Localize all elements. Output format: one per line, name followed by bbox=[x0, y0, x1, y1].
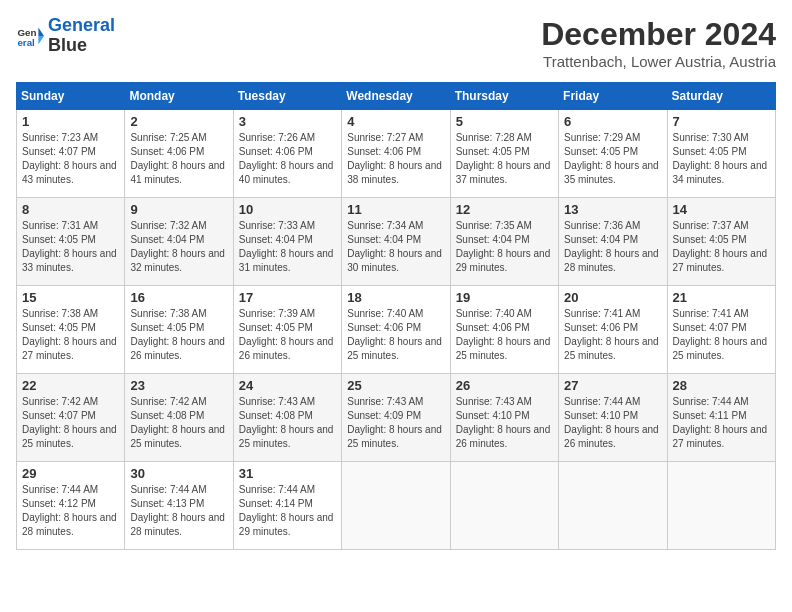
table-row: 1Sunrise: 7:23 AMSunset: 4:07 PMDaylight… bbox=[17, 110, 125, 198]
table-row: 6Sunrise: 7:29 AMSunset: 4:05 PMDaylight… bbox=[559, 110, 667, 198]
table-row: 20Sunrise: 7:41 AMSunset: 4:06 PMDayligh… bbox=[559, 286, 667, 374]
table-row: 18Sunrise: 7:40 AMSunset: 4:06 PMDayligh… bbox=[342, 286, 450, 374]
day-info: Sunrise: 7:40 AMSunset: 4:06 PMDaylight:… bbox=[347, 307, 444, 363]
day-number: 5 bbox=[456, 114, 553, 129]
table-row: 14Sunrise: 7:37 AMSunset: 4:05 PMDayligh… bbox=[667, 198, 775, 286]
day-number: 12 bbox=[456, 202, 553, 217]
table-row: 24Sunrise: 7:43 AMSunset: 4:08 PMDayligh… bbox=[233, 374, 341, 462]
table-row: 12Sunrise: 7:35 AMSunset: 4:04 PMDayligh… bbox=[450, 198, 558, 286]
table-row bbox=[667, 462, 775, 550]
table-row: 15Sunrise: 7:38 AMSunset: 4:05 PMDayligh… bbox=[17, 286, 125, 374]
day-number: 29 bbox=[22, 466, 119, 481]
table-row bbox=[450, 462, 558, 550]
table-row: 16Sunrise: 7:38 AMSunset: 4:05 PMDayligh… bbox=[125, 286, 233, 374]
header-friday: Friday bbox=[559, 83, 667, 110]
table-row: 11Sunrise: 7:34 AMSunset: 4:04 PMDayligh… bbox=[342, 198, 450, 286]
day-number: 17 bbox=[239, 290, 336, 305]
header-wednesday: Wednesday bbox=[342, 83, 450, 110]
day-number: 7 bbox=[673, 114, 770, 129]
title-block: December 2024 Trattenbach, Lower Austria… bbox=[541, 16, 776, 70]
day-info: Sunrise: 7:44 AMSunset: 4:10 PMDaylight:… bbox=[564, 395, 661, 451]
month-title: December 2024 bbox=[541, 16, 776, 53]
header-saturday: Saturday bbox=[667, 83, 775, 110]
svg-text:eral: eral bbox=[17, 37, 35, 48]
day-info: Sunrise: 7:23 AMSunset: 4:07 PMDaylight:… bbox=[22, 131, 119, 187]
day-number: 27 bbox=[564, 378, 661, 393]
calendar-header-row: Sunday Monday Tuesday Wednesday Thursday… bbox=[17, 83, 776, 110]
table-row: 26Sunrise: 7:43 AMSunset: 4:10 PMDayligh… bbox=[450, 374, 558, 462]
table-row: 31Sunrise: 7:44 AMSunset: 4:14 PMDayligh… bbox=[233, 462, 341, 550]
logo-text-line1: General bbox=[48, 16, 115, 36]
day-info: Sunrise: 7:25 AMSunset: 4:06 PMDaylight:… bbox=[130, 131, 227, 187]
day-info: Sunrise: 7:37 AMSunset: 4:05 PMDaylight:… bbox=[673, 219, 770, 275]
table-row: 13Sunrise: 7:36 AMSunset: 4:04 PMDayligh… bbox=[559, 198, 667, 286]
day-number: 8 bbox=[22, 202, 119, 217]
day-number: 14 bbox=[673, 202, 770, 217]
day-info: Sunrise: 7:40 AMSunset: 4:06 PMDaylight:… bbox=[456, 307, 553, 363]
day-info: Sunrise: 7:29 AMSunset: 4:05 PMDaylight:… bbox=[564, 131, 661, 187]
day-number: 23 bbox=[130, 378, 227, 393]
logo-icon: Gen eral bbox=[16, 22, 44, 50]
header-tuesday: Tuesday bbox=[233, 83, 341, 110]
day-number: 19 bbox=[456, 290, 553, 305]
day-number: 4 bbox=[347, 114, 444, 129]
calendar-week-row: 22Sunrise: 7:42 AMSunset: 4:07 PMDayligh… bbox=[17, 374, 776, 462]
table-row: 17Sunrise: 7:39 AMSunset: 4:05 PMDayligh… bbox=[233, 286, 341, 374]
day-info: Sunrise: 7:39 AMSunset: 4:05 PMDaylight:… bbox=[239, 307, 336, 363]
svg-marker-2 bbox=[38, 27, 44, 35]
header-sunday: Sunday bbox=[17, 83, 125, 110]
day-number: 13 bbox=[564, 202, 661, 217]
table-row: 23Sunrise: 7:42 AMSunset: 4:08 PMDayligh… bbox=[125, 374, 233, 462]
day-info: Sunrise: 7:44 AMSunset: 4:13 PMDaylight:… bbox=[130, 483, 227, 539]
logo: Gen eral General Blue bbox=[16, 16, 115, 56]
calendar-week-row: 1Sunrise: 7:23 AMSunset: 4:07 PMDaylight… bbox=[17, 110, 776, 198]
day-number: 28 bbox=[673, 378, 770, 393]
calendar-week-row: 29Sunrise: 7:44 AMSunset: 4:12 PMDayligh… bbox=[17, 462, 776, 550]
day-info: Sunrise: 7:28 AMSunset: 4:05 PMDaylight:… bbox=[456, 131, 553, 187]
header-thursday: Thursday bbox=[450, 83, 558, 110]
day-info: Sunrise: 7:36 AMSunset: 4:04 PMDaylight:… bbox=[564, 219, 661, 275]
day-number: 30 bbox=[130, 466, 227, 481]
table-row bbox=[342, 462, 450, 550]
day-number: 3 bbox=[239, 114, 336, 129]
location-title: Trattenbach, Lower Austria, Austria bbox=[541, 53, 776, 70]
day-number: 15 bbox=[22, 290, 119, 305]
day-number: 9 bbox=[130, 202, 227, 217]
day-info: Sunrise: 7:35 AMSunset: 4:04 PMDaylight:… bbox=[456, 219, 553, 275]
table-row: 8Sunrise: 7:31 AMSunset: 4:05 PMDaylight… bbox=[17, 198, 125, 286]
day-info: Sunrise: 7:43 AMSunset: 4:10 PMDaylight:… bbox=[456, 395, 553, 451]
day-info: Sunrise: 7:44 AMSunset: 4:11 PMDaylight:… bbox=[673, 395, 770, 451]
table-row: 28Sunrise: 7:44 AMSunset: 4:11 PMDayligh… bbox=[667, 374, 775, 462]
day-info: Sunrise: 7:34 AMSunset: 4:04 PMDaylight:… bbox=[347, 219, 444, 275]
table-row: 27Sunrise: 7:44 AMSunset: 4:10 PMDayligh… bbox=[559, 374, 667, 462]
svg-marker-3 bbox=[38, 36, 44, 44]
table-row bbox=[559, 462, 667, 550]
day-number: 31 bbox=[239, 466, 336, 481]
day-info: Sunrise: 7:30 AMSunset: 4:05 PMDaylight:… bbox=[673, 131, 770, 187]
day-info: Sunrise: 7:41 AMSunset: 4:06 PMDaylight:… bbox=[564, 307, 661, 363]
calendar-table: Sunday Monday Tuesday Wednesday Thursday… bbox=[16, 82, 776, 550]
page-header: Gen eral General Blue December 2024 Trat… bbox=[16, 16, 776, 70]
table-row: 21Sunrise: 7:41 AMSunset: 4:07 PMDayligh… bbox=[667, 286, 775, 374]
day-info: Sunrise: 7:44 AMSunset: 4:14 PMDaylight:… bbox=[239, 483, 336, 539]
day-info: Sunrise: 7:38 AMSunset: 4:05 PMDaylight:… bbox=[22, 307, 119, 363]
table-row: 19Sunrise: 7:40 AMSunset: 4:06 PMDayligh… bbox=[450, 286, 558, 374]
table-row: 10Sunrise: 7:33 AMSunset: 4:04 PMDayligh… bbox=[233, 198, 341, 286]
day-number: 20 bbox=[564, 290, 661, 305]
day-number: 18 bbox=[347, 290, 444, 305]
day-info: Sunrise: 7:27 AMSunset: 4:06 PMDaylight:… bbox=[347, 131, 444, 187]
day-number: 22 bbox=[22, 378, 119, 393]
day-number: 26 bbox=[456, 378, 553, 393]
header-monday: Monday bbox=[125, 83, 233, 110]
day-number: 2 bbox=[130, 114, 227, 129]
table-row: 7Sunrise: 7:30 AMSunset: 4:05 PMDaylight… bbox=[667, 110, 775, 198]
day-info: Sunrise: 7:41 AMSunset: 4:07 PMDaylight:… bbox=[673, 307, 770, 363]
table-row: 3Sunrise: 7:26 AMSunset: 4:06 PMDaylight… bbox=[233, 110, 341, 198]
day-info: Sunrise: 7:38 AMSunset: 4:05 PMDaylight:… bbox=[130, 307, 227, 363]
day-number: 10 bbox=[239, 202, 336, 217]
day-info: Sunrise: 7:42 AMSunset: 4:07 PMDaylight:… bbox=[22, 395, 119, 451]
day-number: 25 bbox=[347, 378, 444, 393]
table-row: 29Sunrise: 7:44 AMSunset: 4:12 PMDayligh… bbox=[17, 462, 125, 550]
day-number: 16 bbox=[130, 290, 227, 305]
day-info: Sunrise: 7:42 AMSunset: 4:08 PMDaylight:… bbox=[130, 395, 227, 451]
